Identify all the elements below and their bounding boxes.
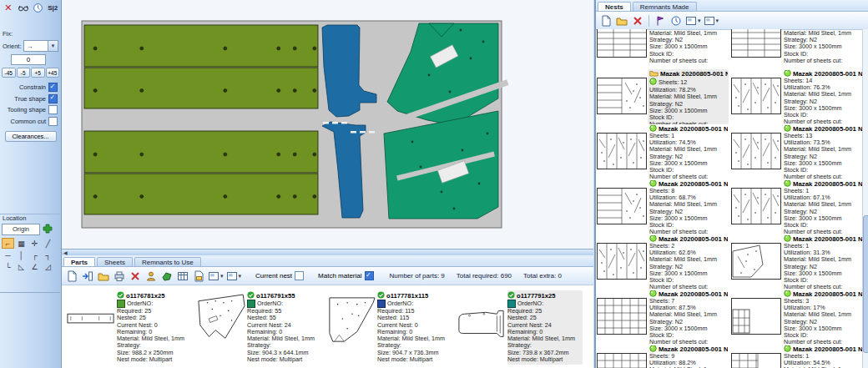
nest-item[interactable]: Mazak 20200805-001 N009Sheets: 13Utiliza… [730,124,863,179]
location-mode-button-4[interactable]: ─ [2,250,14,260]
collapse-arrow-icon[interactable]: ◀ [63,250,68,255]
part-item[interactable]: o1177791x25OrderNO:Required: 25Nested: 2… [456,290,583,365]
scrollbar-thumb[interactable] [863,215,868,352]
delete-icon[interactable]: ✕ [3,2,14,13]
nest-details: Mazak 20200805-001 N016Sheets: 9Utilizat… [648,345,729,368]
print-icon[interactable] [113,270,126,283]
current-nest-checkbox[interactable] [295,271,304,280]
part-item[interactable]: o1176781x25OrderNO:Required: 25Nested: 2… [65,290,192,365]
nest-line: Number of sheets cut: [649,229,728,234]
location-mode-button-2[interactable]: ✛ [28,238,41,249]
report-icon[interactable] [192,270,205,283]
nest-flag-icon[interactable] [654,14,667,28]
nest-sheets: Sheets: 7 [649,298,674,305]
nest-details: Mazak 20200805-001 N006Sheets: 12Utiliza… [648,69,729,124]
match-material-checkbox[interactable] [365,271,374,280]
current-nest-label: Current nest [255,272,292,280]
clock-icon[interactable] [669,14,683,28]
import-part-icon[interactable] [81,270,94,283]
nest-item[interactable]: Mazak 20200805-001 N006Sheets: 12Utiliza… [596,69,729,124]
nest-title-row: Mazak 20200805-001 N013 [784,235,862,243]
true-shape-checkbox[interactable] [48,94,58,103]
clearances-button[interactable]: Clearances... [5,131,57,142]
nest-item[interactable]: Mazak 20200805-001 N017Sheets: 1Utilizat… [730,345,863,368]
nest-title: Mazak 20200805-001 N011 [793,180,862,188]
location-mode-button-1[interactable]: ▦ [15,238,28,249]
common-cut-checkbox[interactable] [48,117,58,126]
tab-parts[interactable]: Parts [63,257,95,266]
nest-line: Stock ID: [649,114,728,121]
origin-button[interactable]: Origin [2,224,40,235]
nest-item[interactable]: Mazak 20200805-001 N016Sheets: 9Utilizat… [596,345,729,368]
rotate--5-button[interactable]: +5 [31,68,45,78]
add-to-nest-icon[interactable] [160,270,174,283]
location-mode-button-10[interactable]: ∠ [28,261,41,272]
nest-item[interactable]: Mazak 20200805-001 N007Sheets: 14Utiliza… [730,69,863,124]
open-folder-icon[interactable] [615,14,628,28]
rotate--5-button[interactable]: -5 [17,68,31,78]
location-mode-button-9[interactable]: ◺ [15,261,28,272]
part-item[interactable]: o1177781x115OrderNO:Required: 115Nested:… [326,290,452,365]
nest-details: Material: Mild Steel, 1mmStrategy: N2Siz… [782,29,863,69]
new-part-icon[interactable] [65,270,78,283]
clock-icon[interactable] [33,2,44,13]
nest-line: Material: Mild Steel, 1mm [649,256,728,263]
status-dot-icon [649,180,657,188]
thumbnail-view-dropdown[interactable] [208,270,224,282]
tab-sheets[interactable]: Sheets [97,257,133,266]
new-nest-icon[interactable] [599,14,613,28]
tab-remnants-to-use[interactable]: Remnants to Use [134,257,201,266]
rotate--45-button[interactable]: +45 [46,68,60,78]
orient-dropdown[interactable]: → ▼ [23,40,58,52]
nest-item[interactable]: Mazak 20200805-001 N014Sheets: 7Utilizat… [596,290,729,345]
status-dot-icon [784,290,791,298]
list-view-dropdown[interactable] [226,270,242,282]
vertical-scrollbar[interactable] [862,29,868,368]
location-mode-button-0[interactable]: ⌐ [2,238,14,249]
nest-canvas[interactable] [62,0,593,249]
nesting-options: ConstrainTrue shapeTooling shapeCommon c… [0,83,61,126]
origin-cross-icon[interactable] [43,224,53,235]
option-row-constrain: Constrain [0,83,61,92]
nest-details: Material: Mild Steel, 1mmStrategy: N2Siz… [648,29,729,69]
delete-icon[interactable] [631,14,644,28]
constrain-checkbox[interactable] [48,83,58,92]
nest-sheets: Sheets: 1 [784,243,809,250]
nest-utilization: Utilization: 74.5% [649,139,728,146]
true-shape-label: True shape [14,95,46,103]
location-mode-button-7[interactable]: ┐ [42,250,54,260]
tab-remnants-made[interactable]: Remnants Made [633,2,697,11]
location-mode-button-8[interactable]: └ [2,261,14,272]
nest-item[interactable]: Material: Mild Steel, 1mmStrategy: N2Siz… [596,29,729,69]
library-icon[interactable] [144,270,158,283]
tab-nests[interactable]: Nests [598,2,631,11]
nest-item[interactable]: Mazak 20200805-001 N008Sheets: 1Utilizat… [596,124,729,179]
nest-item[interactable]: Mazak 20200805-001 N013Sheets: 1Utilizat… [730,234,863,290]
glasses-icon[interactable] [18,2,29,13]
list-view-dropdown[interactable] [704,15,719,27]
table-view-icon[interactable] [176,270,189,283]
thumbnail-view-dropdown[interactable] [685,15,701,27]
delete-icon[interactable] [129,270,142,283]
location-mode-button-6[interactable]: ┌ [28,250,41,260]
nest-item[interactable]: Material: Mild Steel, 1mmStrategy: N2Siz… [730,29,863,69]
status-dot-icon [649,290,657,298]
s2-icon[interactable]: S|2 [47,2,58,13]
nest-sheets: Sheets: 1 [784,188,809,194]
location-mode-button-11[interactable]: ◿ [42,261,54,272]
part-item[interactable]: o1176791x55OrderNO:Required: 55Nested: 5… [195,290,322,365]
nest-item[interactable]: Mazak 20200805-001 N015Sheets: 3Utilizat… [730,290,863,345]
nest-item[interactable]: Mazak 20200805-001 N012Sheets: 2Utilizat… [596,234,729,290]
nest-item[interactable]: Mazak 20200805-001 N010Sheets: 8Utilizat… [596,179,729,234]
location-mode-button-3[interactable]: ╱ [42,238,54,249]
nest-item[interactable]: Mazak 20200805-001 N011Sheets: 1Utilizat… [730,179,863,234]
nest-utilization: Utilization: 17% [784,305,862,311]
nest-line: Stock ID: [784,222,862,229]
location-mode-button-5[interactable]: │ [15,250,28,260]
angle-input[interactable] [11,54,46,65]
tooling-shape-checkbox[interactable] [48,105,58,114]
rotate--45-button[interactable]: -45 [2,68,16,78]
part-thumbnail [326,290,377,350]
nest-sheets: Sheets: 13 [784,133,812,139]
add-folder-icon[interactable] [97,270,110,283]
